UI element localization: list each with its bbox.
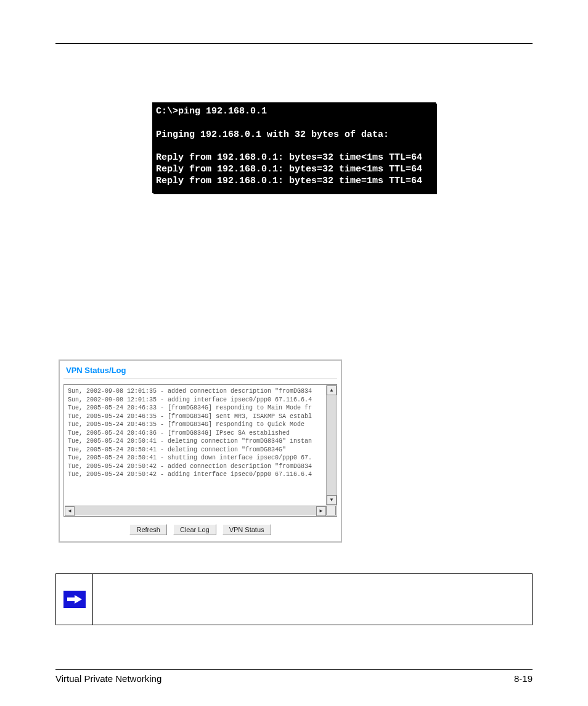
- refresh-button[interactable]: Refresh: [129, 524, 167, 535]
- footer-right: 8-19: [514, 673, 533, 684]
- footer-rule: [55, 669, 533, 670]
- vpn-panel-title: VPN Status/Log: [63, 364, 337, 379]
- arrow-right-icon: [63, 591, 86, 608]
- scroll-down-arrow-icon[interactable]: ▼: [327, 495, 337, 505]
- svg-marker-1: [67, 595, 82, 604]
- vpn-log-text: Sun, 2002-09-08 12:01:35 - added connect…: [64, 385, 337, 482]
- footer-left: Virtual Private Networking: [55, 673, 161, 684]
- page-footer: Virtual Private Networking 8-19: [55, 669, 533, 684]
- vpn-status-button[interactable]: VPN Status: [223, 524, 271, 535]
- scroll-up-arrow-icon[interactable]: ▲: [327, 385, 337, 395]
- clear-log-button[interactable]: Clear Log: [173, 524, 216, 535]
- header-rule: [55, 43, 533, 44]
- vpn-panel-divider: [63, 379, 337, 379]
- horizontal-scrollbar[interactable]: ◄ ►: [65, 506, 336, 515]
- terminal-text: C:\>ping 192.168.0.1 Pinging 192.168.0.1…: [156, 106, 422, 186]
- note-box: [55, 573, 533, 625]
- vpn-log-box: Sun, 2002-09-08 12:01:35 - added connect…: [63, 384, 337, 517]
- ping-terminal: C:\>ping 192.168.0.1 Pinging 192.168.0.1…: [152, 102, 436, 193]
- scroll-right-arrow-icon[interactable]: ►: [316, 506, 326, 516]
- vertical-scrollbar[interactable]: ▲ ▼: [326, 385, 336, 505]
- scroll-left-arrow-icon[interactable]: ◄: [65, 506, 75, 516]
- note-icon-cell: [56, 574, 93, 625]
- vpn-status-panel: VPN Status/Log Sun, 2002-09-08 12:01:35 …: [59, 359, 342, 543]
- note-text: [93, 574, 532, 625]
- vpn-button-row: Refresh Clear Log VPN Status: [63, 524, 337, 535]
- scroll-corner: [326, 506, 336, 515]
